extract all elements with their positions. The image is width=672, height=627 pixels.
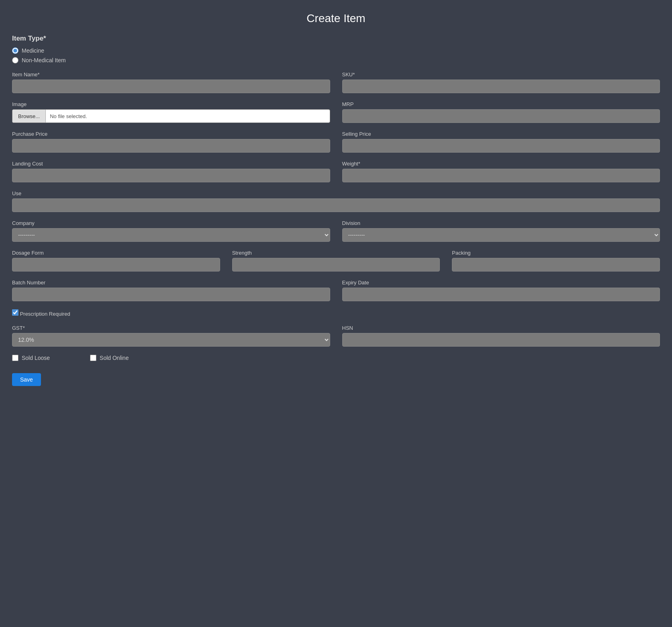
mrp-label: MRP <box>342 101 660 107</box>
sold-loose-text: Sold Loose <box>22 355 50 361</box>
mrp-input[interactable] <box>342 109 660 123</box>
landing-cost-label: Landing Cost <box>12 161 330 167</box>
sold-checkboxes-row: Sold Loose Sold Online <box>12 355 660 361</box>
expiry-date-col: Expiry Date <box>342 280 660 301</box>
use-label: Use <box>12 190 660 196</box>
packing-input[interactable] <box>452 258 660 272</box>
item-name-col: Item Name* <box>12 71 330 93</box>
hsn-label: HSN <box>342 325 660 331</box>
gst-hsn-row: GST* 12.0% HSN <box>12 325 660 347</box>
batch-number-label: Batch Number <box>12 280 330 286</box>
batch-number-input[interactable] <box>12 288 330 301</box>
page-title: Create Item <box>12 8 660 25</box>
weight-col: Weight* <box>342 161 660 182</box>
batch-expiry-row: Batch Number Expiry Date <box>12 280 660 301</box>
company-label: Company <box>12 220 330 226</box>
non-medical-radio-text: Non-Medical Item <box>22 57 66 63</box>
sku-label: SKU* <box>342 71 660 78</box>
weight-input[interactable] <box>342 169 660 182</box>
company-col: Company --------- <box>12 220 330 242</box>
medicine-radio-text: Medicine <box>22 47 44 54</box>
expiry-date-input[interactable] <box>342 288 660 301</box>
item-name-sku-row: Item Name* SKU* <box>12 71 660 93</box>
landing-weight-row: Landing Cost Weight* <box>12 161 660 182</box>
use-input[interactable] <box>12 198 660 212</box>
medicine-radio-label[interactable]: Medicine <box>12 47 660 54</box>
gst-col: GST* 12.0% <box>12 325 330 347</box>
selling-price-col: Selling Price <box>342 131 660 153</box>
division-select[interactable]: --------- <box>342 228 660 242</box>
file-input-wrapper: Browse... No file selected. <box>12 109 330 123</box>
purchase-selling-row: Purchase Price Selling Price <box>12 131 660 153</box>
packing-col: Packing <box>452 250 660 272</box>
packing-label: Packing <box>452 250 660 256</box>
sold-online-text: Sold Online <box>100 355 129 361</box>
strength-input[interactable] <box>232 258 440 272</box>
purchase-price-label: Purchase Price <box>12 131 330 137</box>
sold-online-checkbox[interactable] <box>90 355 96 361</box>
prescription-group: Prescription Required <box>12 309 660 317</box>
division-label: Division <box>342 220 660 226</box>
image-mrp-row: Image Browse... No file selected. MRP <box>12 101 660 123</box>
save-button[interactable]: Save <box>12 373 41 386</box>
dosage-form-label: Dosage Form <box>12 250 220 256</box>
gst-label: GST* <box>12 325 330 331</box>
dosage-form-col: Dosage Form <box>12 250 220 272</box>
strength-label: Strength <box>232 250 440 256</box>
hsn-col: HSN <box>342 325 660 347</box>
browse-button[interactable]: Browse... <box>12 110 46 123</box>
landing-cost-col: Landing Cost <box>12 161 330 182</box>
prescription-required-checkbox[interactable] <box>12 309 18 316</box>
company-division-row: Company --------- Division --------- <box>12 220 660 242</box>
sku-col: SKU* <box>342 71 660 93</box>
expiry-date-label: Expiry Date <box>342 280 660 286</box>
sold-loose-checkbox[interactable] <box>12 355 18 361</box>
item-type-section: Item Type* Medicine Non-Medical Item <box>12 35 660 63</box>
selling-price-input[interactable] <box>342 139 660 153</box>
mrp-col: MRP <box>342 101 660 123</box>
item-type-label: Item Type* <box>12 35 660 43</box>
file-name-display: No file selected. <box>46 113 329 119</box>
weight-label: Weight* <box>342 161 660 167</box>
division-col: Division --------- <box>342 220 660 242</box>
dosage-form-input[interactable] <box>12 258 220 272</box>
selling-price-label: Selling Price <box>342 131 660 137</box>
gst-select[interactable]: 12.0% <box>12 333 330 347</box>
image-label: Image <box>12 101 330 107</box>
purchase-price-input[interactable] <box>12 139 330 153</box>
non-medical-radio[interactable] <box>12 57 18 63</box>
purchase-price-col: Purchase Price <box>12 131 330 153</box>
sold-online-label[interactable]: Sold Online <box>90 355 129 361</box>
batch-number-col: Batch Number <box>12 280 330 301</box>
sku-input[interactable] <box>342 80 660 93</box>
item-type-radio-group: Medicine Non-Medical Item <box>12 47 660 63</box>
dosage-strength-packing-row: Dosage Form Strength Packing <box>12 250 660 272</box>
medicine-radio[interactable] <box>12 47 18 54</box>
prescription-required-text: Prescription Required <box>20 311 70 317</box>
strength-col: Strength <box>232 250 440 272</box>
sold-loose-label[interactable]: Sold Loose <box>12 355 50 361</box>
non-medical-radio-label[interactable]: Non-Medical Item <box>12 57 660 63</box>
prescription-required-label[interactable]: Prescription Required <box>12 309 660 317</box>
landing-cost-input[interactable] <box>12 169 330 182</box>
company-select[interactable]: --------- <box>12 228 330 242</box>
item-name-label: Item Name* <box>12 71 330 78</box>
save-button-container: Save <box>12 369 660 386</box>
use-group: Use <box>12 190 660 212</box>
hsn-input[interactable] <box>342 333 660 347</box>
item-name-input[interactable] <box>12 80 330 93</box>
image-col: Image Browse... No file selected. <box>12 101 330 123</box>
